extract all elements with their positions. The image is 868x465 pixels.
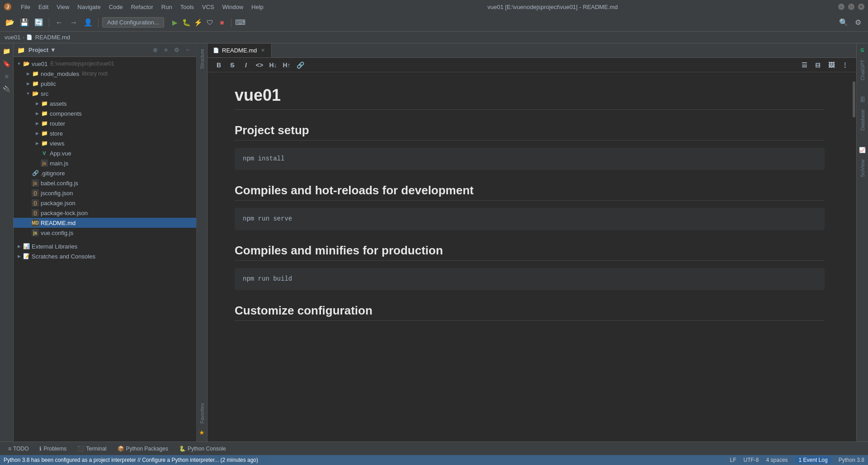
nav-forward-button[interactable]: → (67, 16, 80, 29)
encoding-item[interactable]: UTF-8 (744, 457, 759, 463)
italic-button[interactable]: I (240, 59, 252, 71)
strikethrough-button[interactable]: S (226, 59, 238, 71)
database-icon[interactable]: 🗄 (858, 95, 868, 105)
tree-item-jsconfig-json[interactable]: {} jsconfig.json (14, 188, 196, 198)
scrollbar-thumb[interactable] (853, 81, 855, 117)
line-ending-item[interactable]: LF (730, 457, 736, 463)
tree-item-vue-config-js[interactable]: js vue.config.js (14, 228, 196, 238)
tree-item-store[interactable]: 📁 store (14, 128, 196, 138)
bold-button[interactable]: B (213, 59, 225, 71)
split-view-button[interactable]: ⊟ (812, 59, 824, 71)
project-dropdown-arrow[interactable]: ▼ (50, 47, 56, 53)
preview-button[interactable]: 🖼 (826, 59, 837, 71)
bookmark-icon[interactable]: 🔖 (1, 58, 13, 70)
search-everywhere-button[interactable]: 🔍 (837, 16, 850, 29)
menu-vcs[interactable]: VCS (198, 3, 218, 11)
editor-scrollbar[interactable] (852, 72, 856, 442)
tree-item-package-json[interactable]: {} package.json (14, 198, 196, 208)
breadcrumb-project[interactable]: vue01 (5, 34, 20, 41)
favorites-label[interactable]: Favorites (199, 399, 205, 427)
recent-files-button[interactable]: 👤 (82, 16, 94, 29)
favorites-star-icon[interactable]: ★ (199, 429, 205, 436)
tree-item-components[interactable]: 📁 components (14, 108, 196, 118)
tree-arrow-spacer6 (24, 199, 32, 207)
tree-item-app-vue[interactable]: V App.vue (14, 148, 196, 158)
menu-tools[interactable]: Tools (177, 3, 198, 11)
menu-refactor[interactable]: Refactor (127, 3, 157, 11)
sciview-icon[interactable]: 📈 (858, 145, 868, 155)
menu-help[interactable]: Help (248, 3, 267, 11)
maximize-button[interactable]: □ (848, 4, 854, 10)
indent-item[interactable]: 4 spaces (766, 457, 788, 463)
menu-edit[interactable]: Edit (35, 3, 52, 11)
close-button[interactable]: ✕ (858, 4, 864, 10)
editor-content[interactable]: vue01 Project setup npm install Compiles… (208, 72, 852, 442)
collapse-all-button[interactable]: ≡ (161, 45, 171, 55)
breadcrumb-file[interactable]: README.md (35, 34, 70, 41)
tree-item-scratches[interactable]: 📝 Scratches and Consoles (14, 251, 196, 261)
save-button[interactable]: 💾 (18, 16, 31, 29)
chatgpt-label[interactable]: ChatGPT (860, 56, 865, 84)
menu-code[interactable]: Code (105, 3, 127, 11)
tree-item-public[interactable]: 📁 public (14, 79, 196, 89)
tab-todo[interactable]: ≡ TODO (4, 444, 33, 454)
panel-close-button[interactable]: − (183, 45, 193, 55)
structure-view-icon[interactable]: ≡ (1, 70, 13, 82)
tab-readme-md[interactable]: 📄 README.md ✕ (208, 44, 272, 57)
run-with-coverage-button[interactable]: 🛡 (205, 17, 216, 28)
tree-item-readme-md[interactable]: MD README.md (14, 218, 196, 228)
translate-button[interactable]: ⌨ (235, 17, 246, 28)
minimize-button[interactable]: ─ (838, 4, 844, 10)
menu-window[interactable]: Window (219, 3, 247, 11)
tree-item-package-lock-json[interactable]: {} package-lock.json (14, 208, 196, 218)
structure-label[interactable]: Structure (199, 45, 205, 73)
tree-item-external-libraries[interactable]: 📊 External Libraries (14, 241, 196, 251)
heading2-button[interactable]: H↑ (281, 59, 292, 71)
chatgpt-icon[interactable]: G (858, 45, 868, 55)
inline-code-button[interactable]: <> (254, 59, 265, 71)
open-button[interactable]: 📂 (4, 16, 16, 29)
settings-button[interactable]: ⚙ (852, 16, 864, 29)
tab-close-button[interactable]: ✕ (259, 47, 266, 53)
panel-header-buttons: ⊕ ≡ ⚙ − (150, 45, 193, 55)
menu-view[interactable]: View (53, 3, 73, 11)
database-label[interactable]: Database (860, 106, 865, 134)
tree-item-assets[interactable]: 📁 assets (14, 99, 196, 108)
tree-item-babel-config[interactable]: js babel.config.js (14, 178, 196, 188)
python-version-item[interactable]: Python 3.8 (839, 457, 864, 463)
menu-file[interactable]: File (17, 3, 34, 11)
tree-item-node-modules[interactable]: 📁 node_modules library root (14, 69, 196, 79)
sciview-label[interactable]: SciView (860, 156, 865, 181)
md-toolbar-right: ☰ ⊟ 🖼 ⋮ (798, 59, 851, 71)
tab-python-console[interactable]: 🐍 Python Console (175, 444, 231, 454)
sciview-section: 📈 SciView (858, 145, 868, 181)
tree-item-main-js[interactable]: js main.js (14, 158, 196, 168)
tree-item-vue01[interactable]: 📂 vue01 E:\vuenodejsproject\vue01 (14, 59, 196, 69)
add-configuration-button[interactable]: Add Configuration... (102, 17, 164, 28)
tab-problems[interactable]: ℹ Problems (35, 444, 71, 454)
panel-options-button[interactable]: ⚙ (172, 45, 182, 55)
tree-item-views[interactable]: 📁 views (14, 138, 196, 148)
menu-run[interactable]: Run (158, 3, 176, 11)
tab-python-packages[interactable]: 📦 Python Packages (113, 444, 173, 454)
heading1-button[interactable]: H↓ (267, 59, 279, 71)
tree-arrow-spacer3 (24, 169, 32, 177)
tree-item-gitignore[interactable]: 🔗 .gitignore (14, 168, 196, 178)
tree-item-router[interactable]: 📁 router (14, 118, 196, 128)
profile-button[interactable]: ⚡ (193, 17, 204, 28)
nav-back-button[interactable]: ← (53, 16, 66, 29)
flow-view-button[interactable]: ⋮ (839, 59, 851, 71)
sync-button[interactable]: 🔄 (33, 16, 45, 29)
tree-item-src[interactable]: 📂 src (14, 89, 196, 99)
event-log-button[interactable]: 1 Event Log (795, 456, 831, 464)
project-view-icon[interactable]: 📁 (1, 45, 13, 57)
plugins-icon[interactable]: 🔌 (1, 83, 13, 95)
run-button[interactable]: ▶ (170, 17, 180, 28)
tab-terminal[interactable]: ⬛ Terminal (73, 444, 111, 454)
debug-button[interactable]: 🐛 (181, 17, 192, 28)
menu-navigate[interactable]: Navigate (74, 3, 104, 11)
list-view-button[interactable]: ☰ (798, 59, 810, 71)
link-button[interactable]: 🔗 (294, 59, 306, 71)
stop-button[interactable]: ■ (217, 17, 227, 28)
locate-file-button[interactable]: ⊕ (150, 45, 160, 55)
